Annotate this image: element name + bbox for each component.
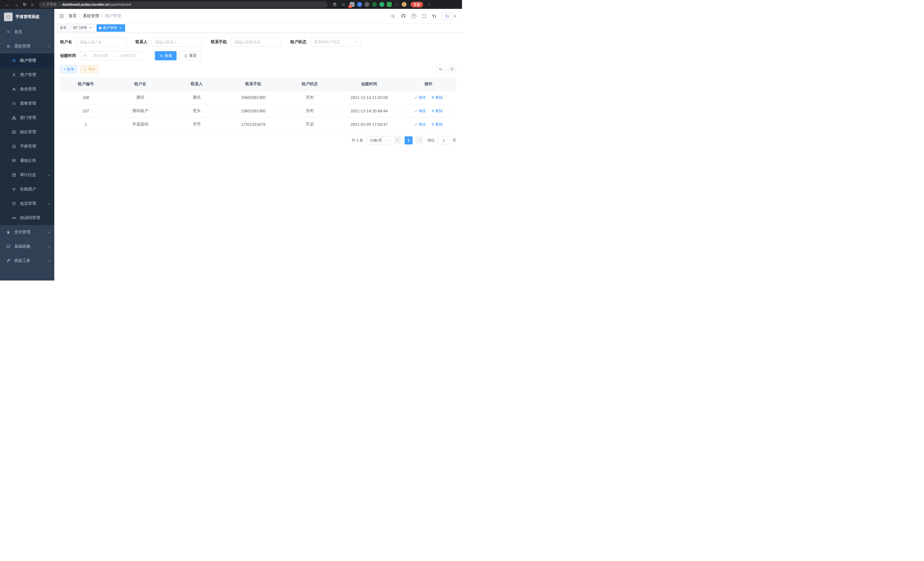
font-size-icon[interactable]: TT [432,14,436,19]
column-header-actions: 操作 [401,77,456,91]
sidebar-item-label: 在线用户 [20,187,50,192]
breadcrumb-system[interactable]: 系统管理 [83,14,105,19]
sidebar-item-label: 部门管理 [20,115,50,120]
edit-link[interactable]: 修改 [414,108,426,114]
goto-page-input[interactable] [438,136,450,144]
sidebar-item-role[interactable]: 角色管理 [0,82,54,96]
back-icon[interactable]: ← [5,0,9,9]
security-warning-icon: ⚠ [42,3,45,6]
delete-link[interactable]: 删除 [431,108,443,114]
wifi-icon [11,187,16,192]
contact-input[interactable] [152,38,202,47]
extension-puzzle-icon[interactable] [394,2,399,7]
delete-link[interactable]: 删除 [431,95,443,100]
filter-status: 租户状态 请选择租户状态 [290,38,361,47]
cell-contact: 秃头 [169,104,224,117]
github-icon[interactable] [401,14,406,19]
edit-link[interactable]: 修改 [414,122,426,127]
page-number-button[interactable]: 1 [405,136,412,144]
date-end-placeholder: 结束日期 [117,53,139,58]
sidebar-item-label: 支付管理 [14,230,48,235]
search-icon[interactable] [391,14,395,19]
sidebar-item-dept[interactable]: 部门管理 [0,111,54,125]
profile-avatar[interactable] [402,2,406,7]
sidebar-item-dev-tools[interactable]: 研发工具 [0,254,54,268]
sidebar-item-label: 短信管理 [20,201,48,206]
tab-home[interactable]: 首页 [57,24,69,32]
tab-close-icon[interactable]: × [118,26,123,30]
sidebar-item-online-users[interactable]: 在线用户 [0,182,54,196]
export-button[interactable]: 导出 [80,65,98,73]
share-icon[interactable] [333,2,337,7]
address-bar[interactable]: ⚠ 不安全 dashboard.yudao.iocoder.cn /system… [39,2,327,8]
sidebar-item-dict[interactable]: 字典管理 [0,139,54,153]
page-size-select[interactable]: 10条/页 [367,136,391,144]
navbar-actions: ? TT ▾ [391,12,456,20]
breadcrumb-home[interactable]: 首页 [69,14,83,19]
extension-drop-icon[interactable] [357,2,362,7]
update-button[interactable]: 更新 [411,2,423,8]
hamburger-icon[interactable] [54,13,69,19]
search-button[interactable]: 搜索 [155,51,177,60]
extension-circle-icon[interactable] [372,2,377,7]
forward-icon[interactable]: → [14,0,18,9]
delete-link[interactable]: 删除 [431,122,443,127]
phone-input[interactable] [231,38,282,47]
wrench-icon [6,259,11,263]
sidebar-item-payment[interactable]: ¥ 支付管理 [0,225,54,239]
sidebar-item-notice[interactable]: 通知公告 [0,153,54,168]
edit-link[interactable]: 修改 [414,95,426,100]
tab-dept[interactable]: 部门管理 × [70,24,95,32]
filter-tenant-name: 租户名 [60,38,127,47]
shield-icon [11,201,16,206]
sidebar-item-label: 系统管理 [14,44,48,49]
sidebar-item-label: 研发工具 [14,258,48,263]
sidebar-item-infrastructure[interactable]: 基础设施 [0,239,54,254]
sidebar-item-tenant[interactable]: 租户管理 [0,53,54,68]
reset-button[interactable]: 重置 [179,51,201,60]
prev-page-button[interactable] [394,136,402,144]
help-icon[interactable]: ? [411,14,416,19]
bookmark-star-icon[interactable]: ☆ [341,0,345,9]
chevron-down-icon [47,202,50,205]
chevron-down-icon [47,173,50,176]
tab-close-icon[interactable]: × [88,26,93,30]
sidebar-item-audit-log[interactable]: 审计日志 [0,168,54,182]
extension-grid-icon[interactable]: 10 [350,2,355,7]
create-time-label: 创建时间 [60,53,76,58]
toggle-search-button[interactable] [436,65,445,74]
logo-image [4,13,13,21]
next-page-button[interactable] [416,136,423,144]
sidebar-item-menu[interactable]: 菜单管理 [0,96,54,111]
goto-label: 前往 [428,138,435,143]
refresh-button[interactable] [448,65,456,74]
sidebar-item-label: 租户管理 [20,58,50,63]
sidebar-item-sms[interactable]: 短信管理 [0,196,54,211]
extension-check-icon[interactable] [380,2,384,7]
sidebar-item-error-code[interactable]: </> 错误码管理 [0,211,54,225]
reload-icon[interactable]: ↻ [23,0,27,9]
sidebar-item-label: 审计日志 [20,172,48,177]
sidebar-item-system[interactable]: 系统管理 [0,39,54,53]
navbar: 首页 系统管理 租户管理 ? TT [54,9,462,23]
sidebar-item-user[interactable]: 用户管理 [0,68,54,82]
extension-globe-icon[interactable] [364,2,369,7]
user-menu[interactable]: ▾ [442,12,456,20]
extension-square-icon[interactable] [387,2,392,7]
browser-home-icon[interactable]: ⌂ [31,0,34,9]
book-icon [11,144,16,149]
cell-actions: 修改 删除 [401,104,456,117]
date-range-picker[interactable]: 开始日期 - 结束日期 [80,51,142,60]
add-button[interactable]: + 新增 [60,65,77,73]
tenant-status-select[interactable]: 请选择租户状态 [310,38,361,47]
sidebar-item-label: 菜单管理 [20,101,50,106]
kebab-menu-icon[interactable]: ⋮ [427,0,431,9]
sidebar-item-label: 岗位管理 [20,129,50,135]
tenant-name-input[interactable] [76,38,127,47]
chevron-down-icon [355,40,358,43]
sidebar-item-post[interactable]: 岗位管理 [0,125,54,139]
logo[interactable]: 芋道管理系统 [0,9,54,25]
fullscreen-icon[interactable] [422,14,427,19]
sidebar-item-home[interactable]: 首页 [0,25,54,39]
tab-tenant[interactable]: 租户管理 × [97,24,125,32]
